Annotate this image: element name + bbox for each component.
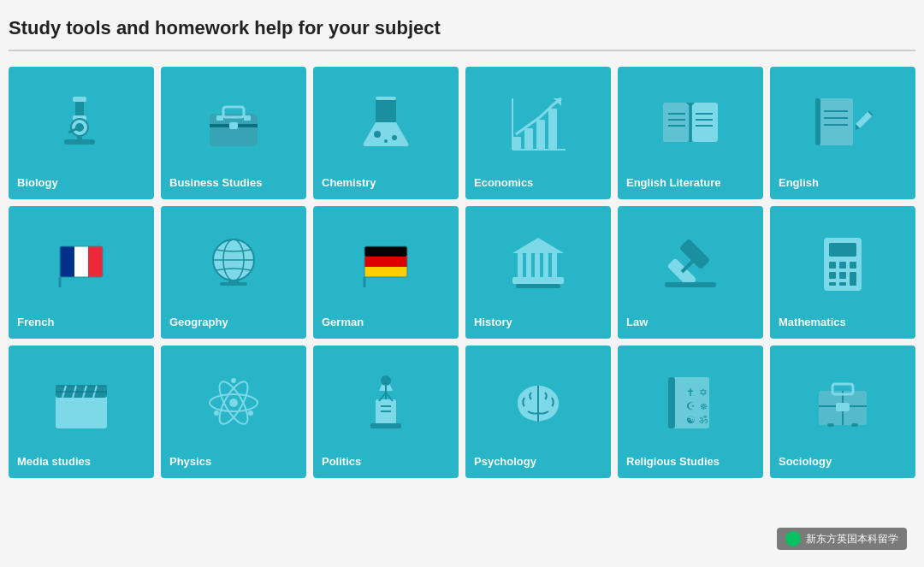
subject-label-english: English <box>779 176 819 189</box>
subject-card-business-studies[interactable]: Business Studies <box>161 67 306 199</box>
svg-rect-55 <box>364 246 407 257</box>
subject-label-sociology: Sociology <box>779 455 832 468</box>
svg-rect-56 <box>364 257 407 267</box>
svg-rect-70 <box>665 282 716 287</box>
svg-marker-66 <box>512 238 564 253</box>
subject-label-religious-studies: Religious Studies <box>626 455 720 468</box>
svg-rect-46 <box>88 246 103 277</box>
svg-point-98 <box>381 375 391 386</box>
svg-point-94 <box>248 410 253 416</box>
svg-rect-73 <box>829 262 836 269</box>
subject-label-physics: Physics <box>169 455 211 468</box>
svg-rect-63 <box>535 253 540 279</box>
svg-rect-121 <box>851 423 858 427</box>
subject-label-history: History <box>474 316 512 328</box>
suitcase-travel-icon <box>779 359 907 446</box>
svg-rect-79 <box>829 282 836 286</box>
svg-rect-12 <box>229 122 238 129</box>
subject-label-chemistry: Chemistry <box>322 176 376 189</box>
flag-french-icon <box>17 220 145 307</box>
briefcase-icon <box>169 80 298 168</box>
svg-rect-107 <box>668 377 675 428</box>
subject-label-law: Law <box>626 316 648 328</box>
svg-rect-13 <box>216 115 223 121</box>
gavel-icon <box>626 220 755 307</box>
svg-rect-72 <box>829 243 856 257</box>
svg-rect-14 <box>244 115 251 121</box>
svg-rect-61 <box>518 253 523 279</box>
atom-icon <box>169 359 298 446</box>
svg-rect-1 <box>73 97 86 102</box>
subject-label-business-studies: Business Studies <box>169 176 262 189</box>
svg-point-93 <box>231 378 236 383</box>
svg-point-16 <box>374 131 381 138</box>
subject-card-biology[interactable]: Biology <box>9 67 154 199</box>
religion-book-icon: ✝ ✡ ☪ ☸ ☯ ॐ <box>626 359 755 446</box>
svg-point-95 <box>214 410 219 416</box>
svg-rect-53 <box>220 282 247 286</box>
subject-card-sociology[interactable]: Sociology <box>770 346 915 478</box>
subject-card-german[interactable]: German <box>313 206 459 339</box>
subject-card-psychology[interactable]: Psychology <box>465 346 611 478</box>
page-container: Study tools and homework help for your s… <box>9 17 915 478</box>
subject-label-geography: Geography <box>169 316 228 328</box>
svg-rect-78 <box>850 272 856 286</box>
clapperboard-icon <box>17 359 145 446</box>
svg-rect-15 <box>376 97 396 100</box>
svg-point-18 <box>384 139 388 143</box>
svg-rect-77 <box>839 272 846 279</box>
brain-icon <box>474 359 602 446</box>
subject-card-physics[interactable]: Physics <box>161 346 306 478</box>
svg-text:✝: ✝ <box>686 387 695 399</box>
subject-card-law[interactable]: Law <box>618 206 763 339</box>
subject-label-media-studies: Media studies <box>17 455 91 468</box>
flag-german-icon <box>322 220 450 307</box>
pencil-notebook-icon <box>779 80 907 168</box>
svg-rect-27 <box>692 103 718 142</box>
subject-card-english[interactable]: English <box>770 67 915 199</box>
subjects-grid: Biology Business Studies <box>9 67 915 478</box>
subject-card-history[interactable]: History <box>465 206 611 339</box>
microscope-icon <box>17 80 145 168</box>
svg-rect-20 <box>524 128 533 149</box>
svg-text:ॐ: ॐ <box>699 414 708 426</box>
chart-icon <box>474 80 602 168</box>
title-divider <box>9 50 915 51</box>
svg-rect-75 <box>850 262 856 269</box>
subject-label-psychology: Psychology <box>474 455 536 468</box>
globe-icon <box>169 220 298 307</box>
svg-rect-119 <box>836 403 850 411</box>
svg-rect-64 <box>543 253 548 279</box>
subject-label-english-literature: English Literature <box>626 176 721 189</box>
subject-label-economics: Economics <box>474 176 533 189</box>
svg-rect-76 <box>829 272 836 279</box>
svg-text:☸: ☸ <box>700 402 708 411</box>
svg-point-17 <box>392 135 397 140</box>
svg-rect-67 <box>679 239 711 270</box>
svg-text:✡: ✡ <box>699 387 708 399</box>
subject-card-chemistry[interactable]: Chemistry <box>313 67 459 199</box>
svg-rect-62 <box>526 253 531 279</box>
subject-label-german: German <box>322 316 364 328</box>
svg-rect-6 <box>77 136 82 141</box>
subject-card-economics[interactable]: Economics <box>465 67 611 199</box>
subject-card-mathematics[interactable]: Mathematics <box>770 206 915 339</box>
page-title: Study tools and homework help for your s… <box>9 17 915 39</box>
svg-rect-120 <box>827 423 834 427</box>
svg-rect-37 <box>819 98 853 145</box>
svg-rect-28 <box>663 103 689 142</box>
subject-card-politics[interactable]: Politics <box>313 346 459 478</box>
subject-card-english-literature[interactable]: English Literature <box>618 67 763 199</box>
svg-rect-19 <box>512 137 521 149</box>
subject-label-politics: Politics <box>322 455 361 468</box>
subject-card-media-studies[interactable]: Media studies <box>9 346 154 478</box>
svg-rect-81 <box>56 394 107 428</box>
subject-card-religious-studies[interactable]: ✝ ✡ ☪ ☸ ☯ ॐ Religious Studies <box>618 346 763 478</box>
subject-card-french[interactable]: French <box>9 206 154 339</box>
flask-icon <box>322 80 450 168</box>
calculator-icon <box>779 220 907 307</box>
subject-label-french: French <box>17 316 54 328</box>
svg-text:☪: ☪ <box>686 400 696 412</box>
subject-card-geography[interactable]: Geography <box>161 206 306 339</box>
svg-rect-60 <box>516 284 560 288</box>
